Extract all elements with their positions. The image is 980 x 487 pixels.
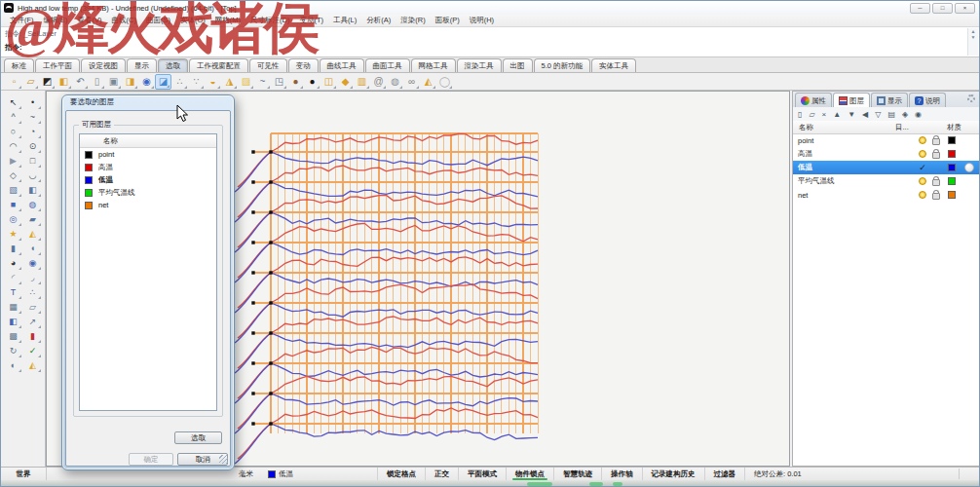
select-arrow-icon[interactable]: ↖ <box>6 95 21 110</box>
polygon-tool-icon[interactable]: ◇ <box>6 169 21 183</box>
layer-color-swatch[interactable] <box>948 150 956 158</box>
layer-help-icon[interactable]: ◉ <box>915 110 922 119</box>
close-button[interactable]: × <box>955 3 975 14</box>
panel-tab-显示[interactable]: 显示 <box>871 93 908 107</box>
toolbar-tab-可见性[interactable]: 可见性 <box>249 58 287 72</box>
new-sublayer-icon[interactable]: ▱ <box>809 110 814 119</box>
dark-sphere-tool-icon[interactable]: ◕ <box>6 256 21 271</box>
maximize-button[interactable]: □ <box>932 3 953 14</box>
layer-color-swatch[interactable] <box>948 177 956 185</box>
pin-tool-icon[interactable]: ▮ <box>25 329 41 344</box>
gear-icon[interactable] <box>967 94 975 102</box>
toolbar-tab-曲线工具[interactable]: 曲线工具 <box>320 58 364 72</box>
resize-grip[interactable] <box>219 455 228 464</box>
layer-lock-icon[interactable] <box>932 152 940 159</box>
spheres-tool-icon[interactable]: ◉ <box>25 256 41 271</box>
select-black-sphere-icon[interactable]: ● <box>304 74 320 90</box>
undo-selection-icon[interactable]: ↶ <box>72 74 89 90</box>
select-flag-icon[interactable]: ◮ <box>221 74 238 90</box>
toolbar-tab-实体工具[interactable]: 实体工具 <box>591 58 636 72</box>
toolbar-tab-选取[interactable]: 选取 <box>158 58 188 72</box>
panel-tab-属性[interactable]: 属性 <box>795 93 832 107</box>
layer-color-swatch[interactable] <box>948 191 956 199</box>
dialog-layer-row-net[interactable]: net <box>80 199 216 211</box>
lock-cell[interactable] <box>929 135 943 145</box>
unit-label[interactable]: 毫米 <box>239 468 253 480</box>
select-panel-icon[interactable]: ▥ <box>354 74 370 90</box>
menu-item-6[interactable]: 实体(O) <box>175 16 210 25</box>
layer-visibility-bulb-icon[interactable] <box>919 177 926 185</box>
layer-row-net[interactable]: net <box>793 188 979 202</box>
select-open-box-icon[interactable]: ◫ <box>320 74 337 90</box>
loft-surface-tool-icon[interactable]: ◧ <box>25 183 41 198</box>
layer-color-swatch[interactable] <box>948 164 956 171</box>
select-button[interactable]: 选取 <box>174 431 222 444</box>
select-hatch-icon[interactable]: ▨ <box>238 74 254 90</box>
delete-layer-icon[interactable]: × <box>822 110 827 119</box>
select-gray-sphere-icon[interactable]: ◯ <box>436 74 453 90</box>
menu-item-8[interactable]: 尺寸标注(D) <box>245 16 294 25</box>
move-tool-icon[interactable]: ↗ <box>25 315 41 329</box>
select-half-icon[interactable]: ◒ <box>205 74 221 90</box>
point-cloud-tool-icon[interactable]: ∴ <box>25 285 41 300</box>
status-toggle-锁定格点[interactable]: 锁定格点 <box>377 468 425 480</box>
layer-row-point[interactable]: point <box>793 133 979 147</box>
cone-curve-tool-icon[interactable]: ▶ <box>6 154 21 169</box>
toolbar-tab-设定视图[interactable]: 设定视图 <box>81 58 126 72</box>
visibility-cell[interactable] <box>916 136 929 144</box>
toolbar-tab-出图[interactable]: 出图 <box>503 58 533 72</box>
polyline-tool-icon[interactable]: ^ <box>6 110 21 125</box>
toolbar-tab-网格工具[interactable]: 网格工具 <box>411 58 456 72</box>
status-toggle-操作轴[interactable]: 操作轴 <box>601 468 642 480</box>
title-bar[interactable]: High and low temp (394 KB) - Undefined (… <box>1 1 979 15</box>
layer-visibility-bulb-icon[interactable] <box>919 150 926 158</box>
dialog-layer-row-平均气温线[interactable]: 平均气温线 <box>80 186 216 199</box>
select-box-icon[interactable]: ◨ <box>122 74 138 90</box>
cone-tool-icon[interactable]: ◭ <box>25 358 41 373</box>
select-point-grid-icon[interactable]: ∴ <box>171 74 188 90</box>
minimize-button[interactable]: ─ <box>910 3 930 14</box>
select-chain-icon[interactable]: ∞ <box>403 74 420 90</box>
rotate-tool-icon[interactable]: ↻ <box>6 344 21 358</box>
select-spiral-icon[interactable]: @ <box>370 74 387 90</box>
collapse-icon[interactable]: ◀ <box>862 110 868 119</box>
lock-cell[interactable] <box>929 176 943 186</box>
burst-tool-icon[interactable]: ◭ <box>25 227 41 242</box>
menu-item-2[interactable]: 编辑(E) <box>39 16 73 25</box>
color-cell[interactable] <box>943 164 960 171</box>
toolbar-tab-工作平面[interactable]: 工作平面 <box>35 58 80 72</box>
select-brown-sphere-icon[interactable]: ● <box>287 74 304 90</box>
select-points-icon[interactable]: ▫ <box>6 74 22 90</box>
arc-tool-icon[interactable]: ◠ <box>6 139 21 154</box>
layer-lock-icon[interactable] <box>932 138 940 145</box>
layer-lock-icon[interactable] <box>932 179 940 186</box>
toolbar-tab-曲面工具[interactable]: 曲面工具 <box>365 58 410 72</box>
status-toggle-物件锁点[interactable]: 物件锁点 <box>506 468 553 480</box>
panel-tab-说明[interactable]: 说明 <box>909 93 946 107</box>
menu-item-14[interactable]: 说明(H) <box>465 16 499 25</box>
plane-tool-icon[interactable]: ▰ <box>25 212 41 227</box>
tube-tool-icon[interactable]: ▮ <box>6 242 21 256</box>
cplane-world-button[interactable]: 世界 <box>1 468 47 480</box>
color-cell[interactable] <box>943 191 960 199</box>
select-boundary-icon[interactable]: ◳ <box>271 74 287 90</box>
cube-tool-icon[interactable]: ◧ <box>6 315 21 329</box>
select-solids-icon[interactable]: ◧ <box>56 74 72 90</box>
fillet-tool-icon[interactable]: ◜ <box>6 271 21 285</box>
status-toggle-过滤器[interactable]: 过滤器 <box>704 468 745 480</box>
copy-tool-icon[interactable]: ▱ <box>25 300 41 315</box>
panel-tab-图层[interactable]: 图层 <box>833 93 870 107</box>
visibility-cell[interactable] <box>916 191 929 199</box>
menu-item-13[interactable]: 面板(P) <box>431 16 465 25</box>
scroll-down-icon[interactable]: ▼ <box>968 34 978 40</box>
filter-icon[interactable]: ▽ <box>875 110 881 119</box>
invert-selection-icon[interactable]: ◩ <box>39 74 56 90</box>
layer-lock-icon[interactable] <box>932 193 940 200</box>
control-curve-tool-icon[interactable]: ~ <box>25 110 41 125</box>
menu-item-12[interactable]: 渲染(R) <box>396 16 430 25</box>
select-gear-icon[interactable]: ◍ <box>387 74 403 90</box>
layer-row-高温[interactable]: 高温 <box>793 147 979 161</box>
ellipse-tool-icon[interactable]: ⊙ <box>25 139 41 154</box>
block-tool-icon[interactable]: ▦ <box>6 300 21 315</box>
move-down-icon[interactable]: ▼ <box>848 110 855 119</box>
